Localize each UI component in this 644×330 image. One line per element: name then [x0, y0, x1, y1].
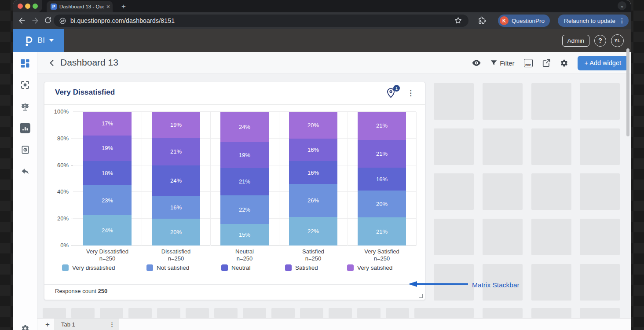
- bar-segment[interactable]: 21%: [358, 112, 406, 140]
- placeholder-block: [243, 308, 266, 318]
- sidebar-item-dashboards[interactable]: [19, 58, 31, 69]
- bar-segment[interactable]: 16%: [289, 139, 337, 161]
- sidebar-item-back[interactable]: [19, 165, 31, 177]
- product-switcher[interactable]: BI: [13, 29, 64, 52]
- back-chevron-icon[interactable]: [48, 59, 56, 69]
- extensions-icon[interactable]: [478, 16, 486, 26]
- placeholder-block: [531, 173, 571, 210]
- relaunch-menu-icon[interactable]: ⋮: [619, 18, 625, 24]
- legend-item[interactable]: Not satisfied: [146, 264, 189, 271]
- export-pdf-icon[interactable]: PDF: [524, 59, 533, 67]
- site-settings-icon[interactable]: [59, 17, 66, 25]
- bar-segment[interactable]: 22%: [289, 217, 337, 246]
- response-count: Response count 250: [55, 288, 107, 294]
- bar-segment[interactable]: 15%: [220, 224, 269, 246]
- bar-segment[interactable]: 17%: [83, 112, 132, 136]
- pin-icon[interactable]: 1: [386, 88, 398, 100]
- bar-segment-value: 26%: [307, 197, 319, 204]
- user-avatar[interactable]: YL: [611, 34, 624, 47]
- back-icon[interactable]: [18, 16, 26, 25]
- bookmark-star-icon[interactable]: [454, 16, 462, 26]
- bar-segment[interactable]: 19%: [220, 142, 269, 168]
- placeholder-block: [434, 83, 474, 120]
- widget-menu-icon[interactable]: ⋮: [407, 89, 414, 97]
- bar-segment[interactable]: 21%: [358, 140, 406, 168]
- placeholder-block: [580, 128, 620, 165]
- x-axis-label: Dissatisfiedn=250: [142, 248, 210, 262]
- bar-segment[interactable]: 24%: [220, 112, 269, 142]
- placeholder-block: [71, 308, 95, 318]
- relaunch-to-update-button[interactable]: Relaunch to update ⋮: [558, 15, 629, 27]
- share-export-icon[interactable]: [542, 59, 551, 67]
- bar-segment[interactable]: 20%: [358, 191, 406, 217]
- bar-segment[interactable]: 16%: [289, 161, 337, 184]
- bar-segment-value: 19%: [170, 121, 182, 128]
- sidebar-item-compare[interactable]: [19, 101, 31, 112]
- close-window-button[interactable]: [18, 4, 23, 9]
- y-axis-tick: 60%: [57, 162, 69, 169]
- legend-swatch: [221, 264, 228, 271]
- bar-segment[interactable]: 21%: [358, 217, 406, 246]
- browser-profile-button[interactable]: K QuestionPro: [498, 15, 550, 27]
- dashboard-settings-gear-icon[interactable]: [560, 59, 568, 67]
- sidebar-item-reports[interactable]: [19, 122, 31, 134]
- placeholder-block: [580, 83, 620, 120]
- legend-item[interactable]: Very satisfied: [347, 264, 392, 271]
- pin-count-badge: 1: [393, 85, 400, 92]
- scrollbar-thumb[interactable]: [626, 48, 629, 136]
- chevron-down-icon: [49, 39, 54, 42]
- bar-segment-value: 23%: [102, 197, 113, 204]
- tab-menu-icon[interactable]: ⋮: [109, 322, 115, 327]
- browser-window: P Dashboard 13 - QuestionPro × + ⌄ bi.qu…: [13, 0, 631, 330]
- url-bar[interactable]: bi.questionpro.com/dashboards/8151: [54, 15, 468, 27]
- placeholder-block: [580, 173, 620, 210]
- bar-segment[interactable]: 24%: [152, 165, 200, 196]
- sidebar-settings-gear-icon[interactable]: [13, 324, 37, 330]
- add-tab-button[interactable]: +: [43, 320, 52, 330]
- minimize-window-button[interactable]: [25, 4, 30, 9]
- sidebar-item-document-report[interactable]: [19, 144, 31, 155]
- tab-title: Dashboard 13 - QuestionPro: [59, 4, 104, 9]
- browser-tab[interactable]: P Dashboard 13 - QuestionPro ×: [47, 1, 113, 12]
- placeholder-block: [100, 308, 123, 318]
- legend-item[interactable]: Satisfied: [285, 264, 318, 271]
- bar-segment[interactable]: 26%: [289, 184, 337, 217]
- close-tab-icon[interactable]: ×: [106, 4, 110, 10]
- report-document-icon: [21, 145, 30, 154]
- dashboard-tab[interactable]: Tab 1 ⋮: [54, 319, 119, 330]
- bar-segment[interactable]: 21%: [220, 168, 269, 196]
- bar-segment[interactable]: 22%: [220, 195, 269, 224]
- tab-search-button[interactable]: ⌄: [618, 1, 626, 10]
- bar-segment[interactable]: 16%: [358, 168, 406, 191]
- view-eye-icon[interactable]: [472, 59, 481, 66]
- sidebar-item-focus[interactable]: [19, 79, 31, 91]
- bar-segment-value: 22%: [239, 206, 250, 213]
- bar-segment[interactable]: 19%: [152, 112, 200, 138]
- admin-button[interactable]: Admin: [562, 35, 589, 47]
- placeholder-block: [531, 219, 571, 255]
- resize-handle[interactable]: [419, 294, 423, 298]
- gridline-vertical: [279, 112, 279, 246]
- forward-icon[interactable]: [31, 16, 40, 25]
- bar-segment[interactable]: 23%: [83, 185, 132, 215]
- bar-segment[interactable]: 18%: [83, 161, 132, 186]
- x-axis-label: Very Satisfiedn=250: [348, 248, 416, 262]
- maximize-window-button[interactable]: [33, 4, 38, 9]
- legend-item[interactable]: Neutral: [221, 264, 251, 271]
- legend-item[interactable]: Very dissatisfied: [62, 264, 115, 271]
- filter-button[interactable]: Filter: [490, 59, 514, 67]
- reply-arrow-icon: [21, 167, 30, 176]
- legend-label: Very satisfied: [357, 264, 392, 271]
- add-widget-button[interactable]: + Add widget: [578, 56, 628, 70]
- bar-segment[interactable]: 20%: [289, 112, 337, 139]
- bar-stack: 20%16%24%21%19%: [152, 112, 200, 246]
- help-button[interactable]: ?: [594, 35, 606, 47]
- legend-label: Not satisfied: [157, 264, 189, 271]
- new-tab-button[interactable]: +: [119, 2, 128, 11]
- bar-segment[interactable]: 24%: [83, 215, 132, 246]
- bar-segment[interactable]: 20%: [152, 219, 200, 246]
- bar-segment[interactable]: 19%: [83, 136, 132, 161]
- bar-segment[interactable]: 21%: [152, 138, 200, 165]
- bar-segment[interactable]: 16%: [152, 196, 200, 219]
- reload-icon[interactable]: [44, 16, 53, 25]
